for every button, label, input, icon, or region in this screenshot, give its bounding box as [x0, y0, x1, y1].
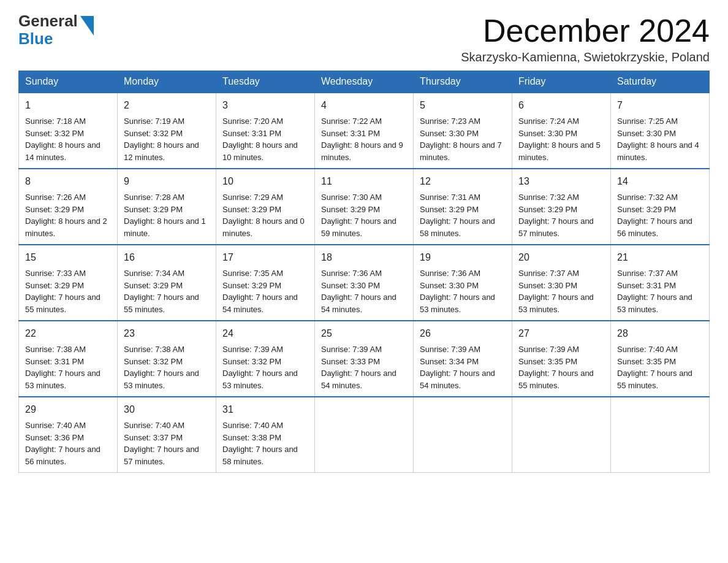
calendar-day-cell: 18Sunrise: 7:36 AMSunset: 3:30 PMDayligh… [315, 245, 414, 321]
calendar-day-cell: 19Sunrise: 7:36 AMSunset: 3:30 PMDayligh… [414, 245, 512, 321]
day-info: Sunrise: 7:38 AMSunset: 3:31 PMDaylight:… [25, 345, 100, 390]
day-number: 3 [222, 98, 308, 113]
calendar-week-row: 1Sunrise: 7:18 AMSunset: 3:32 PMDaylight… [19, 93, 710, 169]
day-number: 21 [617, 250, 703, 265]
day-info: Sunrise: 7:24 AMSunset: 3:30 PMDaylight:… [518, 117, 601, 162]
day-number: 7 [617, 98, 703, 113]
location-subtitle: Skarzysko-Kamienna, Swietokrzyskie, Pola… [461, 50, 710, 64]
calendar-table: SundayMondayTuesdayWednesdayThursdayFrid… [18, 71, 710, 473]
day-number: 9 [124, 174, 210, 189]
day-info: Sunrise: 7:39 AMSunset: 3:35 PMDaylight:… [518, 345, 594, 390]
day-number: 31 [222, 402, 308, 417]
day-number: 27 [518, 326, 604, 341]
calendar-day-cell: 27Sunrise: 7:39 AMSunset: 3:35 PMDayligh… [512, 321, 611, 397]
logo-general: General [18, 12, 78, 30]
day-info: Sunrise: 7:36 AMSunset: 3:30 PMDaylight:… [420, 269, 495, 314]
day-info: Sunrise: 7:39 AMSunset: 3:32 PMDaylight:… [222, 345, 298, 390]
calendar-day-cell: 1Sunrise: 7:18 AMSunset: 3:32 PMDaylight… [19, 93, 118, 169]
calendar-day-cell: 26Sunrise: 7:39 AMSunset: 3:34 PMDayligh… [414, 321, 512, 397]
calendar-day-cell: 16Sunrise: 7:34 AMSunset: 3:29 PMDayligh… [118, 245, 216, 321]
day-number: 12 [420, 174, 506, 189]
calendar-day-cell: 21Sunrise: 7:37 AMSunset: 3:31 PMDayligh… [611, 245, 710, 321]
day-number: 8 [25, 174, 111, 189]
day-number: 22 [25, 326, 111, 341]
calendar-day-cell: 9Sunrise: 7:28 AMSunset: 3:29 PMDaylight… [118, 169, 216, 245]
day-number: 14 [617, 174, 703, 189]
calendar-day-cell: 22Sunrise: 7:38 AMSunset: 3:31 PMDayligh… [19, 321, 118, 397]
day-number: 24 [222, 326, 308, 341]
day-info: Sunrise: 7:35 AMSunset: 3:29 PMDaylight:… [222, 269, 298, 314]
day-info: Sunrise: 7:20 AMSunset: 3:31 PMDaylight:… [222, 117, 298, 162]
logo-blue: Blue [18, 30, 78, 48]
day-info: Sunrise: 7:34 AMSunset: 3:29 PMDaylight:… [124, 269, 199, 314]
calendar-day-header: Wednesday [315, 71, 414, 93]
day-number: 28 [617, 326, 703, 341]
calendar-day-header: Thursday [414, 71, 512, 93]
day-number: 18 [321, 250, 407, 265]
calendar-day-cell: 28Sunrise: 7:40 AMSunset: 3:35 PMDayligh… [611, 321, 710, 397]
calendar-day-cell: 20Sunrise: 7:37 AMSunset: 3:30 PMDayligh… [512, 245, 611, 321]
calendar-day-cell: 2Sunrise: 7:19 AMSunset: 3:32 PMDaylight… [118, 93, 216, 169]
day-info: Sunrise: 7:40 AMSunset: 3:36 PMDaylight:… [25, 421, 100, 466]
day-info: Sunrise: 7:23 AMSunset: 3:30 PMDaylight:… [420, 117, 502, 162]
day-info: Sunrise: 7:32 AMSunset: 3:29 PMDaylight:… [617, 193, 692, 238]
calendar-day-cell [414, 397, 512, 473]
calendar-day-cell [512, 397, 611, 473]
calendar-day-header: Sunday [19, 71, 118, 93]
day-number: 6 [518, 98, 604, 113]
day-info: Sunrise: 7:39 AMSunset: 3:33 PMDaylight:… [321, 345, 396, 390]
logo-triangle-icon [80, 16, 94, 36]
svg-marker-0 [80, 16, 94, 36]
calendar-day-cell: 14Sunrise: 7:32 AMSunset: 3:29 PMDayligh… [611, 169, 710, 245]
day-info: Sunrise: 7:31 AMSunset: 3:29 PMDaylight:… [420, 193, 495, 238]
day-number: 2 [124, 98, 210, 113]
calendar-day-cell: 29Sunrise: 7:40 AMSunset: 3:36 PMDayligh… [19, 397, 118, 473]
day-number: 23 [124, 326, 210, 341]
day-info: Sunrise: 7:37 AMSunset: 3:30 PMDaylight:… [518, 269, 594, 314]
day-number: 15 [25, 250, 111, 265]
calendar-day-cell: 5Sunrise: 7:23 AMSunset: 3:30 PMDaylight… [414, 93, 512, 169]
day-info: Sunrise: 7:28 AMSunset: 3:29 PMDaylight:… [124, 193, 206, 238]
calendar-day-cell: 3Sunrise: 7:20 AMSunset: 3:31 PMDaylight… [216, 93, 315, 169]
calendar-day-cell: 23Sunrise: 7:38 AMSunset: 3:32 PMDayligh… [118, 321, 216, 397]
day-info: Sunrise: 7:37 AMSunset: 3:31 PMDaylight:… [617, 269, 692, 314]
day-number: 25 [321, 326, 407, 341]
day-info: Sunrise: 7:18 AMSunset: 3:32 PMDaylight:… [25, 117, 100, 162]
day-number: 1 [25, 98, 111, 113]
day-number: 17 [222, 250, 308, 265]
day-info: Sunrise: 7:36 AMSunset: 3:30 PMDaylight:… [321, 269, 396, 314]
calendar-day-cell [611, 397, 710, 473]
page-header: General Blue December 2024 Skarzysko-Kam… [18, 12, 710, 64]
calendar-day-cell: 25Sunrise: 7:39 AMSunset: 3:33 PMDayligh… [315, 321, 414, 397]
calendar-day-cell: 10Sunrise: 7:29 AMSunset: 3:29 PMDayligh… [216, 169, 315, 245]
calendar-day-header: Saturday [611, 71, 710, 93]
calendar-day-cell: 12Sunrise: 7:31 AMSunset: 3:29 PMDayligh… [414, 169, 512, 245]
day-number: 16 [124, 250, 210, 265]
calendar-day-cell: 24Sunrise: 7:39 AMSunset: 3:32 PMDayligh… [216, 321, 315, 397]
calendar-day-header: Friday [512, 71, 611, 93]
day-info: Sunrise: 7:29 AMSunset: 3:29 PMDaylight:… [222, 193, 305, 238]
calendar-day-header: Tuesday [216, 71, 315, 93]
day-info: Sunrise: 7:26 AMSunset: 3:29 PMDaylight:… [25, 193, 107, 238]
calendar-week-row: 22Sunrise: 7:38 AMSunset: 3:31 PMDayligh… [19, 321, 710, 397]
calendar-day-cell: 17Sunrise: 7:35 AMSunset: 3:29 PMDayligh… [216, 245, 315, 321]
day-number: 4 [321, 98, 407, 113]
day-info: Sunrise: 7:39 AMSunset: 3:34 PMDaylight:… [420, 345, 495, 390]
day-info: Sunrise: 7:40 AMSunset: 3:37 PMDaylight:… [124, 421, 199, 466]
title-area: December 2024 Skarzysko-Kamienna, Swieto… [461, 12, 710, 64]
day-number: 10 [222, 174, 308, 189]
month-title: December 2024 [461, 12, 710, 49]
calendar-day-cell: 7Sunrise: 7:25 AMSunset: 3:30 PMDaylight… [611, 93, 710, 169]
calendar-header-row: SundayMondayTuesdayWednesdayThursdayFrid… [19, 71, 710, 93]
day-number: 19 [420, 250, 506, 265]
logo: General Blue [18, 12, 94, 47]
day-number: 5 [420, 98, 506, 113]
calendar-week-row: 29Sunrise: 7:40 AMSunset: 3:36 PMDayligh… [19, 397, 710, 473]
day-number: 11 [321, 174, 407, 189]
calendar-day-header: Monday [118, 71, 216, 93]
day-number: 29 [25, 402, 111, 417]
calendar-day-cell: 30Sunrise: 7:40 AMSunset: 3:37 PMDayligh… [118, 397, 216, 473]
day-info: Sunrise: 7:30 AMSunset: 3:29 PMDaylight:… [321, 193, 396, 238]
calendar-day-cell: 4Sunrise: 7:22 AMSunset: 3:31 PMDaylight… [315, 93, 414, 169]
day-number: 30 [124, 402, 210, 417]
